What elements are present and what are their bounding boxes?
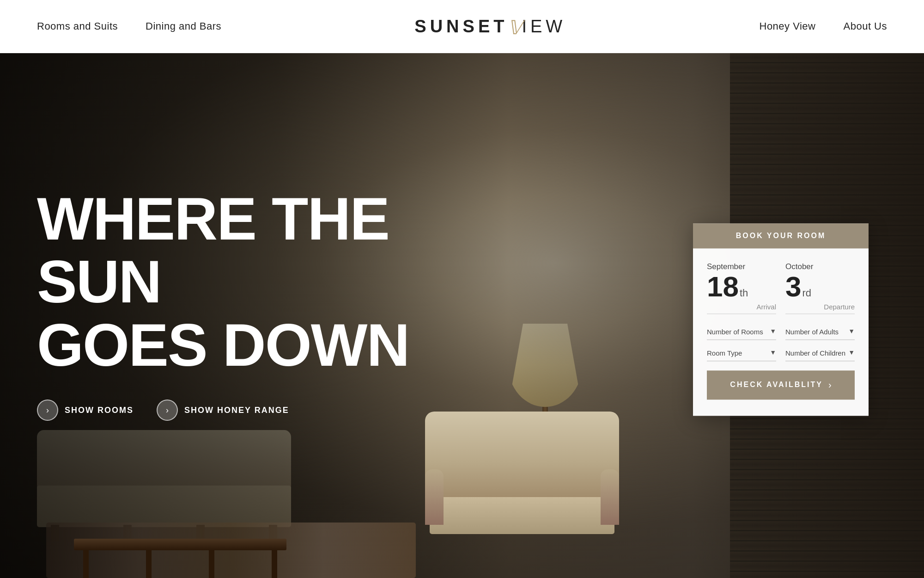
hero-title-line1: WHERE THE SUN <box>37 184 389 315</box>
departure-sup: rd <box>802 288 811 298</box>
departure-month: October <box>785 262 855 271</box>
hero-section: WHERE THE SUN GOES DOWN › SHOW ROOMS › S… <box>0 53 924 578</box>
departure-day: 3 <box>785 272 801 301</box>
nav-right: Honey View About Us <box>760 20 888 32</box>
num-children-label: Number of Children <box>785 349 845 357</box>
arrival-day: 18 <box>707 272 739 301</box>
num-children-arrow: ▼ <box>848 349 855 357</box>
show-honey-label: SHOW HONEY RANGE <box>184 405 289 415</box>
num-rooms-arrow: ▼ <box>770 328 776 335</box>
booking-widget: BOOK YOUR ROOM September 18 th Arrival O… <box>693 223 869 416</box>
num-adults-arrow: ▼ <box>848 328 855 335</box>
hero-buttons: › SHOW ROOMS › SHOW HONEY RANGE <box>37 400 416 421</box>
booking-header-text: BOOK YOUR ROOM <box>736 232 826 240</box>
logo-iew: IEW <box>522 17 566 37</box>
dates-row: September 18 th Arrival October 3 rd Dep… <box>707 262 855 314</box>
num-adults-label: Number of Adults <box>785 328 839 336</box>
nav-dining-bars[interactable]: Dining and Bars <box>146 20 221 32</box>
arrival-day-row: 18 th <box>707 272 776 301</box>
hero-title: WHERE THE SUN GOES DOWN <box>37 187 416 376</box>
booking-header: BOOK YOUR ROOM <box>693 223 869 248</box>
booking-body: September 18 th Arrival October 3 rd Dep… <box>693 248 869 416</box>
logo-sunset: SUNSET <box>414 17 508 37</box>
logo-v-glyph: 𝕍 <box>508 16 522 39</box>
arrival-sup: th <box>740 288 748 298</box>
show-rooms-button[interactable]: › SHOW ROOMS <box>37 400 134 421</box>
show-rooms-icon: › <box>37 400 58 421</box>
nav-about-us[interactable]: About Us <box>844 20 888 32</box>
departure-date-block: October 3 rd Departure <box>785 262 855 314</box>
num-rooms-label: Number of Rooms <box>707 328 763 336</box>
nav-honey-view[interactable]: Honey View <box>760 20 816 32</box>
room-type-label: Room Type <box>707 349 742 357</box>
armchair-decoration <box>425 412 619 550</box>
num-adults-dropdown[interactable]: Number of Adults ▼ <box>785 328 855 340</box>
arrival-underline <box>707 314 776 314</box>
nav-left: Rooms and Suits Dining and Bars <box>37 20 221 32</box>
departure-underline <box>785 314 855 314</box>
coffee-table-legs <box>74 550 286 578</box>
arrival-label: Arrival <box>707 303 776 311</box>
dropdown-row-2: Room Type ▼ Number of Children ▼ <box>707 349 855 361</box>
nav-rooms-suits[interactable]: Rooms and Suits <box>37 20 118 32</box>
check-availability-label: CHECK AVAILBLITY <box>730 381 823 389</box>
logo[interactable]: SUNSET 𝕍 IEW <box>414 15 566 38</box>
departure-label: Departure <box>785 303 855 311</box>
arrival-date-block: September 18 th Arrival <box>707 262 776 314</box>
num-children-dropdown[interactable]: Number of Children ▼ <box>785 349 855 361</box>
show-honey-button[interactable]: › SHOW HONEY RANGE <box>157 400 289 421</box>
room-type-arrow: ▼ <box>770 349 776 357</box>
dropdown-row-1: Number of Rooms ▼ Number of Adults ▼ <box>707 328 855 340</box>
header: Rooms and Suits Dining and Bars SUNSET 𝕍… <box>0 0 924 53</box>
check-availability-button[interactable]: CHECK AVAILBLITY › <box>707 370 855 400</box>
show-rooms-label: SHOW ROOMS <box>65 405 134 415</box>
hero-content: WHERE THE SUN GOES DOWN › SHOW ROOMS › S… <box>37 187 416 420</box>
room-type-dropdown[interactable]: Room Type ▼ <box>707 349 776 361</box>
show-honey-icon: › <box>157 400 178 421</box>
hero-title-line2: GOES DOWN <box>37 311 409 378</box>
arrival-month: September <box>707 262 776 271</box>
departure-day-row: 3 rd <box>785 272 855 301</box>
coffee-table-decoration <box>74 539 286 550</box>
num-rooms-dropdown[interactable]: Number of Rooms ▼ <box>707 328 776 340</box>
check-availability-arrow-icon: › <box>828 380 832 390</box>
